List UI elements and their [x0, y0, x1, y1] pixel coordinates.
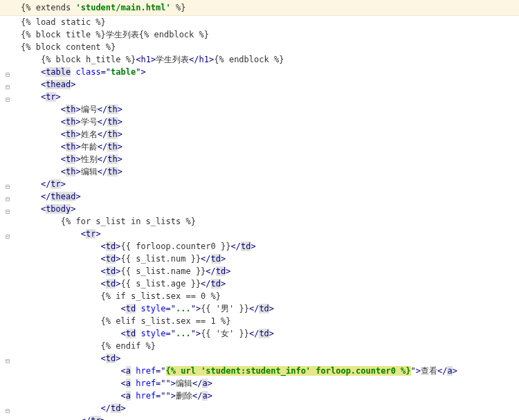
code-token: > [75, 142, 80, 152]
code-token: < [121, 378, 126, 388]
fold-icon[interactable]: ⊟ [6, 81, 12, 88]
fold-icon[interactable]: ⊟ [6, 93, 12, 100]
code-line[interactable]: <a href="{% url 'student:student_info' f… [0, 365, 519, 377]
fold-icon[interactable]: ⊟ [6, 193, 12, 200]
code-token: a [126, 378, 131, 388]
code-token: =" [166, 304, 176, 313]
code-line[interactable]: <a href="">删除</a> [0, 390, 519, 402]
code-line[interactable]: ⊟ <table class="table"> [0, 66, 519, 78]
code-token: {% elif s_list.sex == 1 %} [101, 316, 231, 326]
code-line[interactable]: {% block content %} [0, 41, 519, 53]
code-token: > [221, 254, 226, 264]
code-token: </ [98, 154, 107, 164]
code-line[interactable]: <th>性别</th> [0, 153, 519, 165]
code-line[interactable]: {% block h_title %}<h1>学生列表</h1>{% endbl… [0, 53, 519, 66]
code-line[interactable]: {% extends 'student/main.html' %} [0, 0, 519, 16]
code-token: "> [136, 67, 145, 77]
code-token: 学生列表 [156, 55, 189, 64]
code-token: a [126, 391, 131, 401]
code-token: 学生列表 [106, 30, 139, 39]
code-line[interactable]: <td>{{ s_list.age }}</td> [0, 277, 519, 290]
code-line[interactable]: {% endif %} [0, 340, 519, 352]
code-line[interactable]: <td style="...">{{ '女' }}</td> [0, 327, 519, 340]
code-token: 学号 [81, 117, 98, 127]
code-line[interactable]: <td style="...">{{ '男' }}</td> [0, 302, 519, 315]
code-token: </ [98, 104, 107, 114]
code-token: > [75, 154, 80, 164]
code-line[interactable]: ⊟ </tr> [0, 178, 519, 190]
code-token: {% endif %} [101, 341, 156, 351]
fold-icon[interactable]: ⊟ [6, 417, 12, 420]
code-token: style [140, 304, 165, 313]
code-token: {% load static %} [21, 17, 106, 27]
code-line[interactable]: <td>{{ s_list.num }}</td> [0, 253, 519, 265]
code-line[interactable]: {% elif s_list.sex == 1 %} [0, 315, 519, 327]
code-token: td [126, 304, 136, 313]
code-token: th [107, 129, 117, 139]
code-line[interactable]: ⊟ <td> [0, 352, 519, 365]
code-line[interactable]: ⊟ <tbody> [0, 203, 519, 215]
code-token: a [447, 366, 452, 376]
code-token: class [76, 67, 101, 77]
code-token: > [75, 167, 80, 176]
code-token: < [101, 354, 106, 363]
code-token: > [116, 254, 120, 264]
code-token: </ [437, 366, 447, 376]
code-token: %} [171, 3, 186, 12]
code-line[interactable]: {% block title %}学生列表{% endblock %} [0, 28, 519, 41]
code-token: =" [156, 378, 165, 388]
fold-icon[interactable]: ⊟ [6, 206, 12, 212]
code-token: > [101, 416, 106, 420]
code-line[interactable]: ⊟ <tr> [0, 228, 519, 240]
code-token: </ [206, 266, 215, 276]
code-token [71, 67, 75, 77]
code-line[interactable]: <a href="">编辑</a> [0, 377, 519, 390]
code-token: table [111, 67, 136, 77]
code-token: </ [189, 55, 199, 64]
code-token: </ [41, 179, 51, 189]
fold-icon[interactable]: ⊟ [6, 69, 12, 75]
code-token: ... [176, 304, 191, 313]
code-token: {% endblock %} [214, 55, 284, 64]
code-line[interactable]: <th>年龄</th> [0, 140, 519, 153]
code-token: {{ s_list.name }} [121, 266, 206, 276]
fold-icon[interactable]: ⊟ [6, 230, 12, 237]
code-token: < [61, 104, 66, 114]
code-line[interactable]: {% if s_list.sex == 0 %} [0, 290, 519, 302]
code-token: </ [81, 416, 91, 420]
code-editor[interactable]: {% extends 'student/main.html' %}{% load… [0, 0, 519, 420]
code-token: thead [51, 192, 75, 201]
code-token: </ [192, 391, 202, 401]
code-token: 性别 [81, 154, 98, 164]
code-line[interactable]: <td>{{ s_list.name }}</td> [0, 265, 519, 277]
code-token: > [61, 179, 66, 189]
code-line[interactable]: {% for s_list in s_lists %} [0, 215, 519, 228]
code-token: href [136, 378, 156, 388]
code-token: > [226, 266, 230, 276]
code-line[interactable]: ⊟ <tr> [0, 91, 519, 103]
code-token: {{ s_list.num }} [121, 254, 201, 264]
code-line[interactable]: <th>学号</th> [0, 116, 519, 128]
code-token: > [269, 304, 274, 313]
code-token: {{ forloop.counter0 }} [121, 241, 231, 251]
code-token: href [136, 366, 156, 376]
code-line[interactable]: <td>{{ forloop.counter0 }}</td> [0, 240, 519, 253]
code-token: td [106, 241, 116, 251]
code-token: th [107, 167, 117, 176]
code-line[interactable]: <th>编辑</th> [0, 165, 519, 178]
fold-icon[interactable]: ⊟ [6, 181, 12, 188]
code-token: > [75, 129, 80, 139]
code-line[interactable]: <th>编号</th> [0, 103, 519, 116]
fold-icon[interactable]: ⊟ [6, 405, 12, 412]
code-line[interactable]: <th>姓名</th> [0, 128, 519, 140]
code-token: > [453, 366, 457, 376]
code-line[interactable]: ⊟ <thead> [0, 78, 519, 91]
code-token: > [75, 192, 80, 201]
code-line[interactable]: {% load static %} [0, 16, 519, 28]
code-token: thead [46, 80, 71, 89]
code-line[interactable]: ⊟ </td> [0, 402, 519, 414]
code-line[interactable]: ⊟ </thead> [0, 190, 519, 203]
code-line[interactable]: ⊟ </tr> [0, 414, 519, 420]
code-token: tr [46, 92, 55, 102]
fold-icon[interactable]: ⊟ [6, 355, 12, 362]
